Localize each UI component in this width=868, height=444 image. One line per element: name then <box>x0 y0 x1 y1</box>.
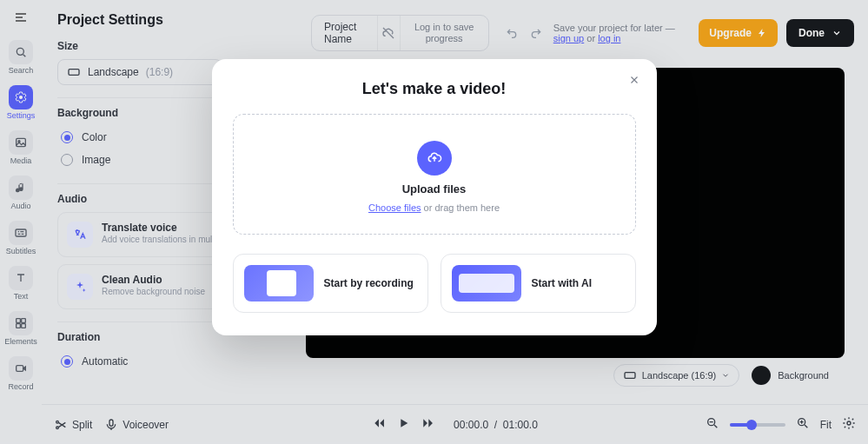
upload-sub: Choose files or drag them here <box>368 202 500 213</box>
ai-thumb-icon <box>452 265 521 302</box>
modal-title: Let's make a video! <box>233 80 636 98</box>
upload-icon <box>417 141 452 176</box>
upload-dropzone[interactable]: Upload files Choose files or drag them h… <box>233 114 636 235</box>
choose-files-link[interactable]: Choose files <box>368 202 421 213</box>
recording-label: Start by recording <box>324 277 414 289</box>
start-recording-card[interactable]: Start by recording <box>233 254 428 313</box>
upload-title: Upload files <box>402 182 467 195</box>
ai-label: Start with AI <box>532 277 593 289</box>
recording-thumb-icon <box>244 265 314 302</box>
modal-overlay[interactable]: Let's make a video! Upload files Choose … <box>0 0 868 444</box>
start-ai-card[interactable]: Start with AI <box>441 254 636 313</box>
close-button[interactable] <box>624 70 645 90</box>
start-modal: Let's make a video! Upload files Choose … <box>212 59 657 335</box>
close-icon <box>628 74 640 86</box>
